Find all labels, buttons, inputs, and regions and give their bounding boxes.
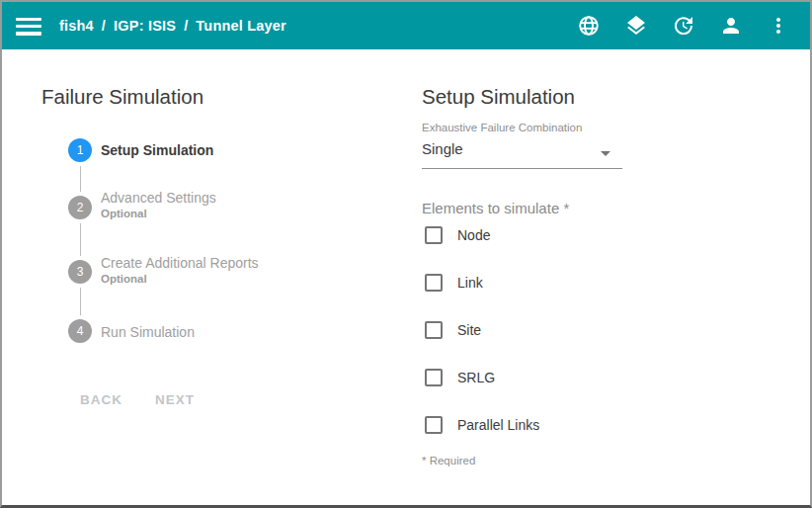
site-checkbox-label[interactable]: Site [457,322,481,338]
person-icon[interactable] [719,14,743,38]
globe-icon[interactable] [577,14,601,38]
breadcrumb-network[interactable]: fish4 [59,18,94,34]
breadcrumb-separator: / [184,18,188,34]
breadcrumb-plan[interactable]: IGP: ISIS [114,18,176,34]
node-checkbox[interactable] [425,226,443,244]
step-1-circle[interactable]: 1 [68,138,92,162]
next-button[interactable]: NEXT [155,392,195,407]
appbar-actions [577,14,790,38]
app-bar: fish4 / IGP: ISIS / Tunnel Layer [2,2,810,49]
update-history-icon[interactable] [672,14,695,38]
step-2-label[interactable]: Advanced Settings [101,190,216,206]
step-2-optional-label[interactable]: Optional [101,208,147,219]
step-3-circle[interactable]: 3 [68,260,92,284]
step-4-label[interactable]: Run Simulation [101,324,195,340]
panel-title: Setup Simulation [422,85,575,109]
step-connector [80,166,81,192]
parallel-links-checkbox-label[interactable]: Parallel Links [457,417,539,433]
app-window: fish4 / IGP: ISIS / Tunnel Layer [0,0,812,508]
page-title: Failure Simulation [41,85,203,109]
checkbox-row-srlg: SRLG [425,369,495,386]
node-checkbox-label[interactable]: Node [457,227,490,243]
step-3-optional-label[interactable]: Optional [101,273,147,285]
chevron-down-icon[interactable] [601,151,610,156]
select-underline [422,168,622,169]
breadcrumb-layer[interactable]: Tunnel Layer [196,18,286,34]
step-4-circle[interactable]: 4 [68,319,92,343]
step-3-label[interactable]: Create Additional Reports [101,255,259,271]
breadcrumb-separator: / [102,18,106,34]
checkbox-row-site: Site [425,321,481,339]
link-checkbox-label[interactable]: Link [457,275,483,291]
step-connector [80,288,81,315]
combination-field-label: Exhaustive Failure Combination [422,122,582,133]
more-vert-icon[interactable] [767,14,790,38]
hamburger-menu-icon[interactable] [16,18,41,36]
step-2-circle[interactable]: 2 [68,196,92,219]
link-checkbox[interactable] [425,274,443,292]
step-connector [80,223,81,256]
step-1-label[interactable]: Setup Simulation [101,142,213,158]
combination-select[interactable]: Single [422,140,463,157]
site-checkbox[interactable] [425,321,443,339]
srlg-checkbox[interactable] [425,369,443,386]
back-button[interactable]: BACK [80,392,122,407]
parallel-links-checkbox[interactable] [425,416,443,434]
elements-to-simulate-label: Elements to simulate * [422,200,569,216]
checkbox-row-parallel-links: Parallel Links [425,416,539,434]
breadcrumb: fish4 / IGP: ISIS / Tunnel Layer [59,18,286,34]
required-note: * Required [422,455,475,466]
checkbox-row-link: Link [425,274,483,292]
layers-icon[interactable] [624,14,648,38]
srlg-checkbox-label[interactable]: SRLG [457,370,495,385]
checkbox-row-node: Node [425,226,490,244]
